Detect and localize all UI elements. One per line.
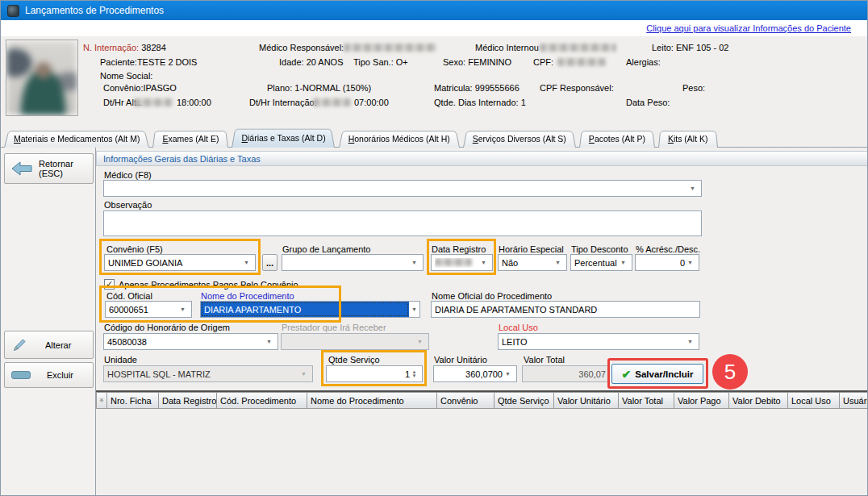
nome-oficial-field[interactable]: DIARIA DE APARTAMENTO STANDARD [431, 301, 700, 318]
matricula-value: 999555666 [475, 83, 520, 93]
paciente-label: Paciente: [100, 57, 137, 67]
dropdown-arrow-icon: ▼ [177, 302, 188, 317]
peso-label: Peso: [682, 83, 705, 93]
retornar-button[interactable]: Retornar (ESC) [4, 153, 94, 184]
dropdown-arrow-icon: ▼ [503, 366, 513, 381]
qtde-servico-label: Qtde Serviço [328, 355, 380, 365]
col-local-uso[interactable]: Local Uso [788, 392, 840, 409]
local-uso-label: Local Uso [499, 323, 538, 332]
patient-photo [6, 40, 78, 116]
medico-internou-value-redacted [540, 44, 616, 52]
content-area: Retornar (ESC) Alterar Excluir Informaçõ… [1, 147, 868, 496]
dropdown-arrow-icon: ▼ [478, 255, 489, 270]
grupo-lancamento-combo[interactable]: ▼ [282, 254, 424, 271]
tab-diarias-taxas[interactable]: Diárias e Taxas (Alt D) [232, 127, 335, 148]
plano-label: Plano: [267, 83, 292, 93]
col-nome-procedimento[interactable]: Nome do Procedimento [307, 392, 437, 409]
data-peso-label: Data Peso: [626, 98, 670, 107]
title-bar: Lançamentos de Procedimentos [1, 1, 867, 20]
tab-exames[interactable]: Exames (Alt E) [152, 130, 228, 148]
col-nro-ficha[interactable]: Nro. Ficha [107, 392, 159, 409]
cod-honorario-combo[interactable]: 45080038▼ [103, 333, 278, 350]
section-title: Informações Gerais das Diárias e Taxas [103, 154, 261, 164]
section-header: Informações Gerais das Diárias e Taxas [96, 151, 868, 166]
tipo-desconto-label: Tipo Desconto [571, 244, 628, 254]
salvar-incluir-button[interactable]: ✔Salvar/Incluir [611, 364, 703, 384]
dropdown-arrow-icon: ▼ [409, 302, 419, 317]
col-convenio[interactable]: Convênio [437, 392, 495, 409]
cod-oficial-label: Cód. Oficial [106, 291, 152, 301]
sexo-label: Sexo: [443, 57, 465, 67]
acresc-desc-input[interactable]: 0▼ [635, 254, 699, 271]
tab-materiais-medicamentos[interactable]: Materiais e Medicamentos (Alt M) [4, 130, 149, 148]
back-arrow-icon [11, 161, 32, 176]
dropdown-arrow-icon: ▼ [264, 334, 274, 349]
n-internacao-label: N. Internação: [83, 43, 139, 52]
leito-value: ENF 105 - 02 [676, 43, 728, 52]
browse-button[interactable]: ... [262, 254, 278, 271]
col-data-registro[interactable]: Data Registro [159, 392, 217, 409]
tab-servicos-diversos[interactable]: Serviços Diversos (Alt S) [463, 130, 576, 148]
n-internacao-value: 38284 [141, 43, 166, 52]
local-uso-combo[interactable]: LEITO▼ [498, 333, 699, 350]
convenio-combo[interactable]: UNIMED GOIANIA▼ [104, 254, 256, 271]
tab-pacotes[interactable]: Pacotes (Alt P) [579, 130, 655, 148]
col-usuario[interactable]: Usuário [840, 392, 868, 409]
cod-oficial-combo[interactable]: 60000651▼ [105, 301, 192, 318]
alergias-label: Alergias: [626, 57, 661, 67]
medico-label: Médico (F8) [104, 170, 152, 180]
tipo-desconto-combo[interactable]: Percentual▼ [570, 254, 632, 271]
qtde-dias-value: 1 [521, 98, 526, 107]
qtde-dias-label: Qtde. Dias Internado: [434, 98, 519, 107]
unidade-label: Unidade [104, 355, 137, 365]
data-registro-combo[interactable]: ▼ [431, 254, 493, 271]
prestador-combo: ▼ [281, 333, 429, 350]
convenio-f5-label: Convênio (F5) [106, 244, 163, 254]
dropdown-arrow-icon: ▼ [685, 255, 695, 270]
horario-especial-label: Horário Especial [499, 244, 564, 254]
patient-info-link[interactable]: Clique aqui para visualizar Informações … [646, 23, 851, 33]
new-row-indicator-icon: ✳ [96, 392, 107, 409]
dthr-alta-time: 18:00:00 [177, 98, 211, 107]
eraser-icon [11, 371, 31, 379]
apenas-pagos-checkbox[interactable]: ✓ [104, 279, 115, 290]
tab-honorarios-medicos[interactable]: Honorários Médicos (Alt H) [339, 130, 460, 148]
dropdown-arrow-icon: ▼ [553, 255, 563, 270]
valor-unitario-combo[interactable]: 360,0700▼ [433, 365, 517, 382]
patient-photo-blur [6, 40, 77, 115]
valor-unitario-label: Valor Unitário [434, 355, 487, 365]
grupo-lancamento-label: Grupo de Lançamento [282, 244, 370, 254]
dropdown-arrow-icon: ▼ [685, 334, 695, 349]
spinner-arrows-icon: ▲▼ [410, 370, 419, 378]
col-valor-pago[interactable]: Valor Pago [674, 392, 729, 409]
green-check-icon: ✔ [622, 368, 632, 381]
idade-label: Idade: [279, 57, 304, 67]
medico-combo[interactable]: ▼ [103, 180, 702, 197]
col-cod-procedimento[interactable]: Cód. Procedimento [217, 392, 307, 409]
dropdown-arrow-icon: ▼ [409, 255, 419, 270]
nome-procedimento-combo[interactable]: DIARIA APARTAMENTO▼ [200, 301, 420, 318]
qtde-servico-spinner[interactable]: 1▲▼ [326, 365, 423, 382]
dropdown-arrow-icon: ▼ [618, 255, 628, 270]
apenas-pagos-label: Apenas Procedimentos Pagos Pelo Convênio [119, 280, 298, 290]
col-valor-unitario[interactable]: Valor Unitário [554, 392, 619, 409]
observacao-label: Observação [104, 200, 152, 210]
col-valor-debito[interactable]: Valor Debito [729, 392, 788, 409]
nome-procedimento-label: Nome do Procedimento [201, 291, 294, 301]
col-valor-total[interactable]: Valor Total [619, 392, 674, 409]
retornar-label: Retornar (ESC) [39, 159, 86, 178]
horario-especial-combo[interactable]: Não▼ [498, 254, 567, 271]
excluir-button[interactable]: Excluir [4, 362, 94, 388]
grid-header: ✳ Nro. Ficha Data Registro Cód. Procedim… [96, 392, 868, 409]
dthr-internacao-time: 07:00:00 [354, 98, 389, 107]
dthr-alta-date-redacted [134, 98, 173, 106]
link-bar: Clique aqui para visualizar Informações … [1, 20, 867, 36]
tab-kits[interactable]: Kits (Alt K) [658, 130, 718, 148]
alterar-button[interactable]: Alterar [4, 331, 94, 359]
medico-internou-label: Médico Internou [475, 43, 539, 52]
observacao-input[interactable] [103, 210, 702, 236]
col-qtde-servico[interactable]: Qtde Serviço [495, 392, 554, 409]
matricula-label: Matricula: [434, 83, 473, 93]
medico-responsavel-label: Médico Responsável: [259, 43, 344, 52]
app-icon [7, 5, 19, 17]
